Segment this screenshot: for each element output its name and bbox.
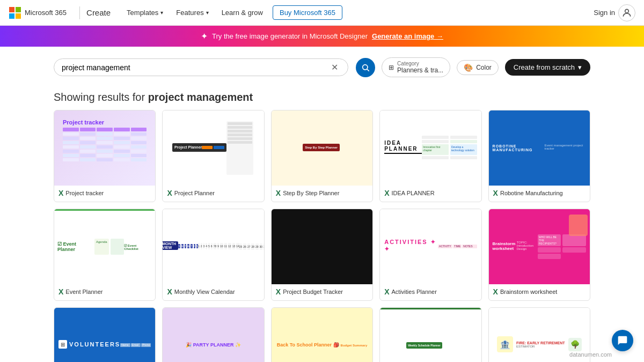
excel-icon: X [58, 287, 63, 296]
svg-point-5 [363, 64, 368, 69]
template-idea-planner[interactable]: IDEA PLANNER Innovative first chapter De… [379, 110, 481, 202]
nav-links: Templates ▾ Features ▾ Learn & grow Buy … [121, 5, 594, 20]
excel-icon: X [276, 287, 281, 296]
excel-icon: X [167, 189, 172, 197]
create-label[interactable]: Create [86, 8, 111, 17]
search-row: ✕ ⊞ Category Planners & tra... 🎨 Color C… [54, 57, 590, 77]
template-name: Project Budget Tracker [283, 289, 343, 295]
create-from-scratch-button[interactable]: Create from scratch ▾ [505, 59, 590, 76]
category-icon: ⊞ [389, 64, 394, 71]
svg-point-4 [625, 9, 629, 13]
features-nav[interactable]: Features ▾ [171, 5, 214, 20]
template-brainstorm[interactable]: Brainstorm worksheet TOPIC: Introduction… [488, 209, 590, 301]
template-project-tracker[interactable]: Project tracker X Project tracker [54, 110, 156, 202]
buy-button[interactable]: Buy Microsoft 365 [273, 5, 342, 20]
template-name: Monthly View Calendar [174, 289, 235, 295]
create-label: Create from scratch [514, 63, 575, 71]
template-name: Robotine Manufacturing [500, 190, 563, 196]
template-volunteers[interactable]: ⊞ VOLUNTEERS Name Email Phone X VOLUNTEE… [54, 307, 156, 362]
search-section: ✕ ⊞ Category Planners & tra... 🎨 Color C… [0, 47, 644, 83]
template-name: Event Planner [65, 289, 103, 295]
create-chevron-icon: ▾ [578, 63, 582, 71]
template-name: Step By Step Planner [283, 190, 339, 196]
excel-icon: X [58, 189, 63, 197]
category-label: Category [397, 61, 443, 67]
template-activities[interactable]: ACTIVITIES ✦ ✦ ACTIVITY TIME NOTES X Act… [379, 209, 481, 301]
svg-rect-1 [16, 7, 21, 12]
wand-icon: ✦ [201, 31, 208, 41]
promo-text: Try the free image generator in Microsof… [212, 32, 368, 40]
chat-button[interactable] [612, 330, 633, 351]
template-party-planner[interactable]: 🎉 PARTY PLANNER ✨ X Party Planner [162, 307, 264, 362]
promo-banner: ✦ Try the free image generator in Micros… [0, 26, 644, 47]
watermark: datanumen.com [569, 351, 612, 358]
search-input[interactable] [62, 63, 329, 72]
template-name: Activities Planner [392, 289, 437, 295]
excel-icon: X [493, 287, 498, 296]
template-name: Project tracker [65, 190, 104, 196]
template-project-planner[interactable]: Project Planner [162, 110, 264, 202]
excel-icon: X [167, 287, 172, 296]
svg-rect-2 [9, 13, 14, 19]
templates-grid: Project tracker X Project tracker Projec… [0, 110, 644, 362]
nav-divider [79, 6, 80, 19]
results-term: project management [148, 91, 253, 103]
clear-icon[interactable]: ✕ [329, 62, 340, 72]
promo-link[interactable]: Generate an image → [372, 32, 443, 40]
features-chevron-icon: ▾ [206, 10, 209, 16]
results-heading: Showing results for project management [0, 83, 644, 110]
signin-button[interactable]: Sign in [594, 4, 635, 21]
svg-rect-3 [16, 13, 21, 19]
template-name: IDEA PLANNER [392, 190, 435, 196]
template-name: Brainstorm worksheet [500, 289, 557, 295]
results-prefix: Showing results for [54, 91, 148, 103]
templates-chevron-icon: ▾ [160, 10, 163, 16]
svg-rect-0 [9, 7, 14, 12]
template-monthly-view[interactable]: MONTH VIEW S M T W T F S 1 2 3 4 5 6 7 [162, 209, 264, 301]
template-robotine[interactable]: ROBOTINE MANUFACTURING Event management … [488, 110, 590, 202]
svg-line-6 [367, 69, 369, 71]
search-box: ✕ [54, 58, 348, 76]
color-label: Color [476, 64, 492, 71]
search-button[interactable] [356, 58, 375, 77]
excel-icon: X [276, 189, 281, 197]
excel-icon: X [493, 189, 498, 197]
templates-nav[interactable]: Templates ▾ [121, 5, 169, 20]
template-step-by-step[interactable]: Step By Step Planner [271, 110, 373, 202]
color-icon: 🎨 [464, 63, 473, 72]
category-filter[interactable]: ⊞ Category Planners & tra... [382, 57, 450, 77]
template-name: Project Planner [174, 190, 215, 196]
excel-icon: X [384, 189, 389, 197]
avatar [618, 4, 635, 21]
category-value: Planners & tra... [397, 67, 443, 74]
template-event-planner[interactable]: ☑ Event Planner Agenda ☑ Event Checklist… [54, 209, 156, 301]
template-backtoschool[interactable]: Back To School Planner 🎒 Budget S [271, 307, 373, 362]
learn-grow-nav[interactable]: Learn & grow [216, 5, 268, 20]
excel-icon: X [384, 287, 389, 296]
top-navigation: Microsoft 365 Create Templates ▾ Feature… [0, 0, 644, 26]
template-weekly-schedule[interactable]: Weekly Schedule Planner [379, 307, 481, 362]
color-filter[interactable]: 🎨 Color [457, 60, 499, 75]
microsoft-logo[interactable]: Microsoft 365 [9, 6, 67, 19]
template-dark-tracker[interactable]: X Project Budget Tracker [271, 209, 373, 301]
ms365-label: Microsoft 365 [25, 9, 67, 17]
